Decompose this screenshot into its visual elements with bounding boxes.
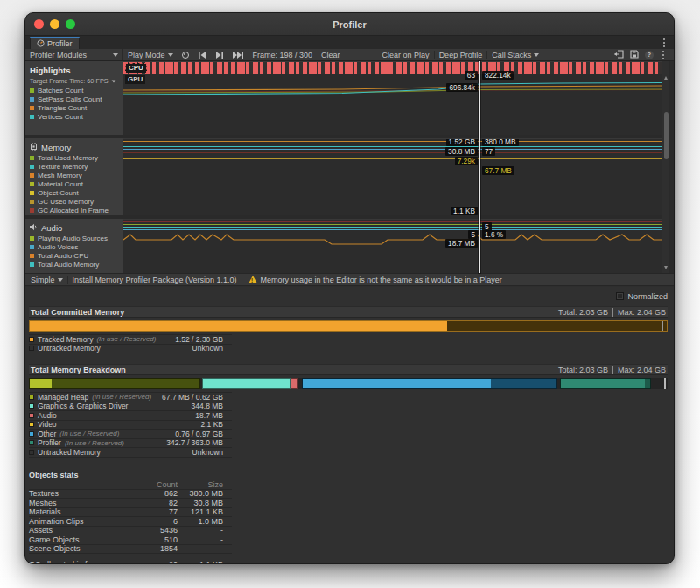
counter-item[interactable]: Mesh Memory — [30, 171, 123, 179]
profiler-chart-area[interactable]: 63 822.14k 696.84k CPU GPU — [123, 61, 662, 273]
counter-item[interactable]: Total Audio CPU — [30, 251, 123, 260]
counter-item[interactable]: Total Used Memory — [30, 153, 123, 162]
table-row[interactable]: Animation Clips 6 1.0 MB — [29, 517, 232, 527]
legend-row[interactable]: Untracked Memory Unknown — [29, 448, 232, 458]
counter-item[interactable]: Vertices Count — [30, 112, 123, 121]
memory-breakdown-bar[interactable] — [29, 378, 668, 389]
size-column-header: Size — [178, 480, 223, 489]
clear-button[interactable]: Clear — [317, 49, 345, 60]
legend-row[interactable]: Graphics & Graphics Driver 344.8 MB — [29, 402, 232, 412]
memory-line — [123, 141, 662, 142]
memory-counter-list: Total Used Memory Texture Memory Mesh Me… — [30, 153, 123, 214]
chevron-down-icon — [113, 53, 118, 57]
legend-label: Video — [38, 420, 57, 429]
counter-swatch — [30, 182, 34, 186]
pane-menu-icon[interactable] — [660, 38, 668, 47]
legend-row[interactable]: Video 2.1 KB — [29, 421, 232, 430]
audio-segment[interactable] — [290, 378, 297, 389]
legend-label: Profiler — [38, 438, 61, 447]
prev-frame-button[interactable] — [193, 49, 211, 60]
counter-item[interactable]: GC Used Memory — [30, 197, 123, 206]
scrollbar-thumb[interactable] — [664, 112, 668, 159]
gc-allocated-row[interactable]: GC allocated in frame 20 1.1 KB — [29, 560, 232, 564]
managed-heap-segment[interactable] — [29, 378, 200, 389]
frame-playhead[interactable] — [479, 61, 480, 273]
counter-item[interactable]: Material Count — [30, 179, 123, 188]
normalized-checkbox[interactable] — [616, 292, 624, 300]
table-row[interactable]: Game Objects 510 - — [29, 536, 232, 545]
play-mode-dropdown[interactable]: Play Mode — [123, 49, 178, 60]
clear-on-play-button[interactable]: Clear on Play — [378, 49, 434, 60]
table-row[interactable]: Scene Objects 1854 - — [29, 545, 232, 555]
legend-swatch — [29, 431, 34, 437]
counter-item[interactable]: Texture Memory — [30, 162, 123, 171]
committed-memory-bar[interactable] — [29, 320, 668, 332]
install-memory-profiler-button[interactable]: Install Memory Profiler Package (Version… — [68, 274, 242, 285]
close-button[interactable] — [34, 19, 44, 29]
current-frame-button[interactable] — [228, 49, 248, 60]
legend-row[interactable]: Tracked Memory (In use / Reserved) 1.52 … — [29, 335, 232, 345]
minimize-button[interactable] — [50, 19, 60, 29]
zoom-button[interactable] — [66, 19, 75, 29]
legend-row[interactable]: Managed Heap (In use / Reserved) 67.7 MB… — [29, 393, 232, 402]
audio-cpu-line — [123, 220, 662, 273]
help-icon[interactable]: ? — [645, 51, 654, 60]
module-audio[interactable]: Audio Playing Audio Sources Audio Voices — [25, 219, 123, 273]
target-frame-time-dropdown[interactable]: Target Frame Time: 60 FPS — [30, 76, 123, 86]
load-profile-icon[interactable] — [614, 50, 624, 60]
call-stacks-dropdown[interactable]: Call Stacks — [487, 49, 543, 60]
table-row[interactable]: Meshes 82 30.8 MB — [29, 499, 232, 508]
legend-row[interactable]: Audio 18.7 MB — [29, 411, 232, 421]
counter-swatch — [30, 254, 34, 258]
record-button[interactable] — [178, 49, 193, 60]
deep-profile-button[interactable]: Deep Profile — [435, 49, 487, 60]
scroll-down-icon[interactable] — [664, 266, 668, 270]
legend-row[interactable]: Untracked Memory Unknown — [29, 345, 232, 354]
scroll-up-icon[interactable] — [664, 76, 668, 80]
counter-item[interactable]: GC Allocated In Frame — [30, 206, 123, 214]
title-bar[interactable]: Profiler — [25, 13, 674, 36]
memory-view-mode-dropdown[interactable]: Simple — [25, 274, 67, 285]
tab-profiler[interactable]: Profiler — [30, 37, 80, 49]
toolbar-right-group: ? — [614, 50, 674, 60]
save-profile-icon[interactable] — [630, 50, 639, 60]
chart-vertical-scrollbar[interactable] — [662, 61, 669, 273]
object-count: 20 — [129, 560, 178, 564]
graphics-segment[interactable] — [202, 378, 290, 389]
cpu-track-label[interactable]: CPU — [125, 63, 147, 74]
chart-value-label: 822.14k — [482, 71, 514, 80]
chart-value-label: 1.52 GB — [446, 138, 478, 146]
legend-row[interactable]: Other (In use / Reserved) 0.76 / 0.97 GB — [29, 430, 232, 439]
object-name: Materials — [29, 508, 129, 516]
view-mode-label: Simple — [31, 276, 55, 284]
profiler-segment[interactable] — [560, 378, 651, 389]
table-row[interactable]: Materials 77 121.1 KB — [29, 508, 232, 518]
highlights-chart[interactable]: 63 822.14k 696.84k CPU GPU — [123, 61, 662, 135]
gpu-track-label[interactable]: GPU — [125, 75, 145, 84]
counter-item[interactable]: Triangles Count — [30, 103, 123, 112]
profiler-modules-dropdown[interactable]: Profiler Modules — [25, 49, 123, 60]
counter-label: Playing Audio Sources — [38, 234, 108, 242]
counter-item[interactable]: Total Audio Memory — [30, 260, 123, 269]
module-highlights[interactable]: Highlights Target Frame Time: 60 FPS Bat… — [25, 61, 123, 135]
table-row[interactable]: Assets 5436 - — [29, 527, 232, 536]
memory-details-pane: Normalized Total Committed Memory Total:… — [25, 287, 674, 564]
counter-label: Total Audio Memory — [38, 261, 99, 269]
counter-item[interactable]: SetPass Calls Count — [30, 94, 123, 103]
window-menu-icon[interactable] — [660, 50, 667, 60]
toolbar: Profiler Modules Play Mode Frame: 198 / … — [25, 49, 674, 61]
module-memory[interactable]: Memory Total Used Memory Texture Memory — [25, 138, 123, 215]
audio-chart[interactable]: 5 5 1.6 % 18.7 MB — [123, 219, 662, 273]
counter-item[interactable]: Object Count — [30, 188, 123, 197]
breakdown-max: Max: 2.04 GB — [612, 366, 666, 374]
other-segment[interactable] — [302, 378, 557, 389]
table-row[interactable]: Textures 862 380.0 MB — [29, 490, 232, 500]
legend-row[interactable]: Profiler (In use / Reserved) 342.7 / 363… — [29, 439, 232, 449]
counter-item[interactable]: Batches Count — [30, 86, 123, 94]
counter-item[interactable]: Audio Voices — [30, 242, 123, 251]
profiler-main-region: Highlights Target Frame Time: 60 FPS Bat… — [25, 61, 674, 273]
counter-item[interactable]: Playing Audio Sources — [30, 234, 123, 242]
next-frame-button[interactable] — [211, 49, 228, 60]
memory-chart[interactable]: 1.52 GB 380.0 MB 30.8 MB 77 7.29k 67.7 M… — [123, 138, 662, 215]
committed-total: Total: 2.03 GB — [558, 308, 608, 317]
